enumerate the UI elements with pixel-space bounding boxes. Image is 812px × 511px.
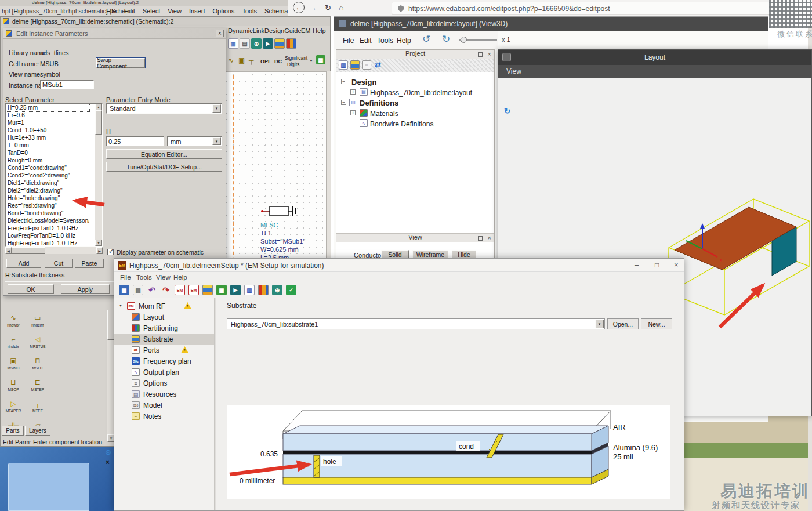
entry-mode-select[interactable]: Standard bbox=[106, 103, 222, 114]
parameter-item[interactable]: Cond1="cond:drawing" bbox=[6, 164, 89, 172]
scroll-right-icon[interactable] bbox=[96, 247, 103, 254]
parameter-item[interactable]: Diel2="diel2:drawing" bbox=[6, 187, 89, 194]
tab-layers[interactable]: Layers bbox=[25, 426, 50, 436]
significant-label[interactable]: Significant bbox=[285, 55, 307, 61]
tree-item-layout[interactable]: Highpass_70cm_lib:delme:layout bbox=[336, 87, 494, 97]
close-panel-icon[interactable] bbox=[488, 234, 491, 241]
view3d-icon[interactable] bbox=[244, 285, 255, 295]
palette-item[interactable]: MSTEP bbox=[26, 377, 49, 398]
tree-item-options[interactable]: Options bbox=[114, 378, 214, 389]
menu-insert[interactable]: Insert bbox=[189, 8, 205, 15]
scrollbar-thumb[interactable] bbox=[12, 247, 45, 254]
layout-view-icon[interactable] bbox=[339, 60, 348, 70]
param-value-field[interactable] bbox=[106, 136, 164, 146]
redo-icon[interactable] bbox=[442, 33, 450, 45]
tree-item-frequency-plan[interactable]: Frequency plan bbox=[114, 356, 214, 367]
view3d-menu-edit[interactable]: Edit bbox=[360, 37, 372, 45]
parameter-item[interactable]: Er=9.6 bbox=[6, 111, 89, 119]
menu-tools[interactable]: Tools bbox=[242, 8, 257, 15]
palette-item[interactable]: rindelm bbox=[26, 313, 49, 334]
rotate-view-icon[interactable] bbox=[504, 107, 510, 115]
layout3d-menu-view[interactable]: View bbox=[506, 67, 521, 75]
tree-item-bondwire[interactable]: Bondwire Definitions bbox=[336, 118, 494, 129]
chevron-down-icon[interactable] bbox=[212, 104, 221, 113]
toolbar-icon[interactable] bbox=[228, 38, 238, 49]
listbox-hscrollbar[interactable] bbox=[5, 247, 103, 254]
toolbar-icon[interactable] bbox=[251, 38, 262, 49]
refresh-icon[interactable] bbox=[325, 3, 331, 12]
toolbar-icon[interactable] bbox=[286, 38, 296, 49]
float-panel-icon[interactable] bbox=[478, 52, 483, 57]
new-button[interactable]: New... bbox=[641, 318, 672, 329]
tree-item-notes[interactable]: Notes bbox=[114, 411, 214, 422]
menu-view[interactable]: View bbox=[168, 8, 182, 15]
opl-label[interactable]: OPL bbox=[260, 59, 271, 64]
view3d-menu-file[interactable]: File bbox=[343, 37, 354, 45]
schematic-titlebar[interactable]: delme [Highpass_70cm_lib:delme:schematic… bbox=[1, 17, 330, 26]
toolbar-icon[interactable] bbox=[240, 38, 250, 49]
tree-item-output-plan[interactable]: Output plan bbox=[114, 367, 214, 378]
stackup-canvas[interactable]: cond hole 0.635 0 millimeter AIR Alumina… bbox=[227, 405, 670, 499]
save-icon[interactable] bbox=[119, 285, 129, 295]
palette-item[interactable]: rindwbr bbox=[2, 313, 25, 334]
em-simulate-icon[interactable] bbox=[175, 285, 185, 295]
palette-item[interactable]: MRSTUB bbox=[26, 334, 49, 355]
momentum-icon[interactable] bbox=[272, 285, 282, 295]
close-icon[interactable] bbox=[106, 458, 110, 466]
results-icon[interactable] bbox=[258, 285, 269, 295]
back-icon[interactable] bbox=[293, 2, 304, 13]
float-panel-icon[interactable] bbox=[478, 236, 483, 241]
collapse-icon[interactable] bbox=[341, 79, 346, 84]
digits-label[interactable]: Digits bbox=[287, 61, 299, 67]
component-icon[interactable] bbox=[238, 55, 248, 66]
gear-icon[interactable] bbox=[105, 448, 111, 456]
scrollbar-thumb[interactable] bbox=[95, 110, 102, 135]
open-button[interactable]: Open... bbox=[607, 318, 639, 329]
parameter-item[interactable]: LowFreqForTanD=1.0 kHz bbox=[6, 232, 89, 240]
parameter-item[interactable]: DielectricLossModel=Svensson/Djordjev bbox=[6, 217, 89, 224]
em-menu-tools[interactable]: Tools bbox=[136, 274, 152, 281]
expand-icon[interactable] bbox=[350, 89, 356, 95]
tree-item-design[interactable]: Design bbox=[336, 77, 494, 87]
expand-icon[interactable] bbox=[350, 110, 356, 115]
em-menu-file[interactable]: File bbox=[120, 274, 131, 281]
em-setup-icon[interactable] bbox=[188, 285, 199, 295]
em-titlebar[interactable]: EM Highpass_70cm_lib:delmeemSetup * (EM … bbox=[114, 259, 684, 272]
swap-component-button[interactable]: Swap Component... bbox=[96, 58, 145, 68]
tree-item-partitioning[interactable]: Partitioning bbox=[114, 322, 214, 334]
instance-name-field[interactable] bbox=[40, 80, 94, 89]
canvas-scrollbar[interactable] bbox=[327, 71, 331, 275]
inductor-icon[interactable] bbox=[228, 55, 237, 66]
chevron-down-icon[interactable] bbox=[595, 320, 604, 328]
forward-icon[interactable] bbox=[309, 3, 317, 12]
chevron-down-icon[interactable] bbox=[212, 137, 221, 145]
mlsc-component[interactable]: MLSC TL1 Subst="MSub1" W=0.625 mm L=2.5 … bbox=[260, 204, 313, 262]
parameter-item[interactable]: Cond=1.0E+50 bbox=[6, 126, 89, 134]
parameter-item[interactable]: Diel1="diel:drawing" bbox=[6, 179, 89, 187]
tree-item-substrate[interactable]: Substrate bbox=[114, 334, 214, 345]
ok-button[interactable]: OK bbox=[8, 284, 54, 294]
parameter-item[interactable]: Bond="bond:drawing" bbox=[6, 209, 89, 217]
paste-button[interactable]: Paste bbox=[75, 259, 104, 268]
toolbar-icon[interactable] bbox=[263, 38, 273, 49]
parameter-item[interactable]: Res="resi:drawing" bbox=[6, 202, 89, 209]
menu-designguide[interactable]: DesignGuide bbox=[264, 27, 302, 34]
maximize-icon[interactable] bbox=[655, 261, 659, 269]
display-parameter-checkbox[interactable] bbox=[107, 249, 114, 255]
menu-file[interactable]: File bbox=[106, 8, 117, 15]
substrate-icon[interactable] bbox=[202, 285, 213, 295]
parameter-item[interactable]: T=0 mm bbox=[6, 142, 89, 149]
view3d-menu-help[interactable]: Help bbox=[397, 37, 411, 45]
open-icon[interactable] bbox=[133, 285, 143, 295]
apply-button[interactable]: Apply bbox=[61, 284, 110, 294]
parameter-item[interactable]: FreqForEpsrTanD=1.0 GHz bbox=[6, 224, 89, 232]
palette-item[interactable]: MSOP bbox=[2, 377, 25, 398]
panel-splitter[interactable] bbox=[214, 298, 216, 510]
parameter-item[interactable]: Cond2="cond2:drawing" bbox=[6, 172, 89, 179]
menu-edit[interactable]: Edit bbox=[124, 8, 135, 15]
parameter-item[interactable]: Rough=0 mm bbox=[6, 157, 89, 164]
mesh-icon[interactable] bbox=[216, 285, 227, 295]
zoom-slider-handle[interactable] bbox=[461, 37, 467, 43]
parameter-item[interactable]: H=0.25 mm bbox=[6, 104, 89, 111]
em-menu-view[interactable]: View bbox=[156, 274, 171, 281]
